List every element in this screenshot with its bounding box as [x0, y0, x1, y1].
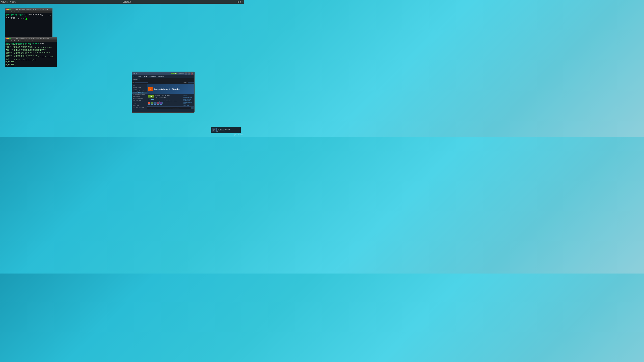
steam-search-bar: 🔍 GAMES: [132, 81, 194, 84]
game-item-dota2test[interactable]: Dota 2 Test: [132, 105, 147, 107]
taskbar: Activities Steam Sat 20:59 ⊞ ◫ ✕: [0, 0, 244, 4]
steam-notification: 🎮 You have 5 new items in your inventory: [211, 127, 241, 133]
game-item-csgo[interactable]: Counter-Strike: Global Offensive: [132, 92, 147, 94]
terminal-2-menu-search[interactable]: Search: [18, 40, 22, 41]
link-related-groups[interactable]: Related Groups: [184, 102, 194, 103]
terminal-1-body: phoronix@phoronix-desktop:~$ cd phoronix…: [5, 13, 52, 37]
terminal-1-menu-help[interactable]: Help: [31, 11, 34, 13]
game-item-css[interactable]: Counter-Strike: Source: [132, 94, 147, 95]
link-community-hub[interactable]: Community Hub: [184, 97, 194, 98]
link-achievements[interactable]: Achievements: [184, 98, 194, 100]
steam-detail-view-btn[interactable]: [192, 82, 194, 83]
friend-avatar-5[interactable]: [160, 102, 162, 105]
steam-nav: ◀ ▶ Store Library Community Phoronix: [132, 75, 194, 78]
steam-nav-store[interactable]: Store: [138, 76, 141, 77]
phoronix-watermark: phoronix: [234, 133, 243, 136]
taskbar-left: Activities Steam: [1, 1, 16, 3]
steam-search-input[interactable]: [134, 82, 148, 83]
game-item-dota2[interactable]: Dota 2: [132, 103, 147, 105]
terminal-1-close-btn[interactable]: [6, 9, 7, 10]
notification-text: You have 5 new items in your inventory: [217, 129, 230, 132]
steam-friends-icon[interactable]: [191, 107, 194, 109]
taskbar-time: Sat 20:59: [123, 1, 131, 3]
game-item-dod[interactable]: Day of Defeat: [132, 95, 147, 97]
game-item-dirt[interactable]: DiRT Showdown: [132, 99, 147, 101]
steam-view-buttons: [188, 82, 194, 83]
terminal-1-titlebar: phoronix@phoronix-desktop: ~/phoronix-te…: [5, 8, 52, 11]
refresh-rate-2: Refresh rate: 1: [6, 62, 56, 64]
terminal-1-menu-search[interactable]: Search: [18, 11, 22, 13]
link-discussions[interactable]: Discussions: [184, 100, 194, 101]
terminal-2-menu-terminal[interactable]: Terminal: [24, 40, 29, 41]
steam-max-btn[interactable]: □: [188, 72, 190, 75]
game-title: Counter-Strike: Global Offensive: [154, 88, 180, 90]
terminal-1-max-btn[interactable]: [9, 9, 10, 10]
terminal-2-max-btn[interactable]: [9, 38, 10, 39]
refresh-rate-3: Refresh rate: 1: [6, 64, 56, 65]
game-item-ets1[interactable]: Easy Track Simulator: [132, 107, 147, 108]
terminal-1-menu-file[interactable]: File: [6, 11, 8, 13]
links-title: LINKS: [184, 95, 194, 97]
steam-nav-forward[interactable]: ▶: [135, 76, 136, 77]
steam-nav-arrows[interactable]: ◀ ▶: [133, 76, 136, 77]
game-item-deathmatch[interactable]: Deathmatch Classic: [132, 97, 147, 99]
terminal-1-menu-view[interactable]: View: [14, 11, 17, 13]
terminal-2-window-buttons[interactable]: [6, 38, 10, 39]
terminal-1-line3: run ubuntu-1604-intel-desktop: [6, 18, 52, 20]
steam-tab-games[interactable]: GAMES: [132, 78, 140, 81]
taskbar-steam[interactable]: Steam: [10, 1, 16, 3]
steam-nav-back[interactable]: ◀: [133, 76, 134, 77]
terminal-1-menu[interactable]: File Edit View Search Terminal Help: [5, 11, 52, 13]
terminal-1-menu-terminal[interactable]: Terminal: [24, 11, 29, 13]
friends-who-play: You have 5 friends who play Counter-Stri…: [148, 100, 183, 102]
friend-avatar-4[interactable]: [157, 102, 160, 105]
activities-label[interactable]: Activities: [1, 1, 8, 3]
steam-games-label: GAMES: [183, 82, 187, 83]
friends-title: FRIENDS: [148, 98, 183, 100]
terminal-2-menu-help[interactable]: Help: [31, 40, 34, 41]
terminal-1-title: phoronix@phoronix-desktop: ~/phoronix-te…: [10, 9, 52, 10]
steam-grid-view-btn[interactable]: [190, 82, 192, 83]
game-item-anno[interactable]: Anno 3: [132, 84, 147, 86]
game-logo: CS: [148, 87, 153, 91]
terminal-1-menu-edit[interactable]: Edit: [10, 11, 12, 13]
terminal-2-close-btn[interactable]: [6, 38, 7, 39]
steam-nav-library[interactable]: Library: [143, 76, 148, 77]
friend-avatar-3[interactable]: [154, 102, 156, 105]
terminal-2-menu[interactable]: File Edit View Search Terminal Help: [5, 40, 57, 42]
terminal-1-window-buttons[interactable]: [6, 9, 10, 10]
game-item-bioshock[interactable]: Bioshock Infinite: [132, 86, 147, 88]
steam-titlebar: Steam ONLINE phoronix _ □ ✕: [132, 72, 194, 75]
terminal-2-titlebar: phoronix@phoronix-desktop: ~/phoronix-te…: [5, 37, 57, 40]
game-item-company-of-heroes[interactable]: Company of Heroes 3: [132, 90, 147, 92]
game-item-ets2[interactable]: Euro Truck Simulator 2: [132, 108, 147, 109]
steam-title: Steam: [133, 73, 137, 74]
terminal-2-menu-view[interactable]: View: [14, 40, 17, 41]
last-played: LAST PLAYED: Today: [155, 96, 170, 98]
link-store-page[interactable]: Store Page: [184, 105, 194, 106]
play-section: PLAY YOU'VE PLAYED: 138 hours LAST PLAYE…: [148, 95, 183, 98]
play-button[interactable]: PLAY: [148, 95, 154, 97]
terminal-2-menu-file[interactable]: File: [6, 40, 8, 41]
game-item-doom3[interactable]: DOOM 3: BFG Edition: [132, 101, 147, 103]
terminal-1-line2: phoronix@phoronix-desktop:~/phoronix-tes…: [6, 15, 52, 18]
terminal-1-min-btn[interactable]: [8, 9, 9, 10]
view-friends-list-btn[interactable]: VIEW FRIENDS LIST: [168, 107, 180, 109]
steam-list-view-btn[interactable]: [188, 82, 190, 83]
steam-search-label: 🔍: [132, 82, 134, 83]
friend-avatar-2[interactable]: [151, 102, 154, 105]
steam-nav-phoronix[interactable]: Phoronix: [158, 76, 164, 77]
play-stats: YOU'VE PLAYED: 138 hours LAST PLAYED: To…: [155, 95, 170, 98]
steam-nav-community[interactable]: Community: [150, 76, 156, 77]
link-news[interactable]: News: [184, 103, 194, 104]
terminal-1: phoronix@phoronix-desktop: ~/phoronix-te…: [5, 8, 52, 37]
steam-close-btn[interactable]: ✕: [191, 72, 193, 75]
friend-avatar-1[interactable]: [148, 102, 150, 105]
game-item-boxout[interactable]: Box Out: [132, 88, 147, 90]
steam-tabs: GAMES: [132, 78, 194, 81]
add-game-btn[interactable]: + ADD A GAME...: [148, 107, 157, 109]
terminal-2-menu-edit[interactable]: Edit: [10, 40, 12, 41]
steam-min-btn[interactable]: _: [185, 72, 187, 75]
terminal-2-min-btn[interactable]: [8, 38, 9, 39]
hours-played: YOU'VE PLAYED: 138 hours: [155, 95, 170, 96]
